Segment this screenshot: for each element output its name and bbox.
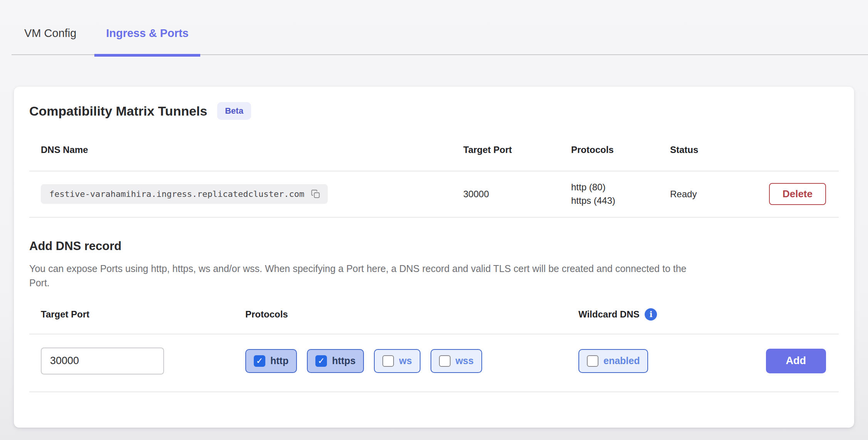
form-input-row: http https ws wss enabled Add bbox=[29, 334, 839, 391]
wildcard-enabled-checkbox[interactable]: enabled bbox=[578, 349, 648, 373]
tab-vm-config[interactable]: VM Config bbox=[13, 0, 88, 55]
table-row: festive-varahamihira.ingress.replicatedc… bbox=[29, 171, 839, 217]
header-protocols: Protocols bbox=[571, 144, 670, 155]
form-label-row: Target Port Protocols Wildcard DNS i bbox=[29, 308, 839, 334]
protocol-checkbox-ws[interactable]: ws bbox=[374, 349, 420, 373]
panel-title-row: Compatibility Matrix Tunnels Beta bbox=[29, 102, 839, 120]
dns-name-value: festive-varahamihira.ingress.replicatedc… bbox=[49, 189, 304, 199]
add-dns-description: You can expose Ports using http, https, … bbox=[29, 262, 699, 291]
protocol-checkbox-wss[interactable]: wss bbox=[431, 349, 482, 373]
row-target-port: 30000 bbox=[463, 189, 571, 200]
add-dns-heading: Add DNS record bbox=[29, 239, 839, 253]
checkbox-icon bbox=[315, 355, 327, 367]
row-status: Ready bbox=[670, 189, 759, 200]
protocol-chips: http https ws wss bbox=[245, 349, 578, 373]
row-protocol-https: https (443) bbox=[571, 194, 670, 208]
protocol-checkbox-http[interactable]: http bbox=[245, 349, 297, 373]
target-port-input[interactable] bbox=[41, 348, 164, 375]
checkbox-icon bbox=[254, 355, 265, 367]
delete-button[interactable]: Delete bbox=[769, 183, 826, 205]
info-icon[interactable]: i bbox=[645, 308, 657, 321]
divider bbox=[29, 217, 839, 218]
checkbox-icon bbox=[439, 355, 451, 367]
dns-name-pill: festive-varahamihira.ingress.replicatedc… bbox=[41, 184, 328, 204]
add-button[interactable]: Add bbox=[766, 349, 826, 373]
chip-label: http bbox=[270, 355, 288, 366]
protocol-checkbox-https[interactable]: https bbox=[307, 349, 364, 373]
header-target-port: Target Port bbox=[463, 144, 571, 155]
chip-label: wss bbox=[456, 355, 474, 366]
chip-label: enabled bbox=[603, 355, 640, 366]
label-protocols: Protocols bbox=[245, 309, 578, 320]
label-target-port: Target Port bbox=[41, 309, 245, 320]
header-status: Status bbox=[670, 144, 759, 155]
label-wildcard-dns: Wildcard DNS bbox=[578, 309, 639, 320]
copy-icon[interactable] bbox=[310, 189, 321, 199]
beta-badge: Beta bbox=[217, 102, 251, 120]
tab-bar: VM Config Ingress & Ports bbox=[0, 0, 868, 55]
chip-label: https bbox=[332, 355, 355, 366]
checkbox-icon bbox=[382, 355, 394, 367]
table-header-row: DNS Name Target Port Protocols Status bbox=[29, 120, 839, 171]
checkbox-icon bbox=[587, 355, 598, 367]
row-protocol-http: http (80) bbox=[571, 181, 670, 194]
row-protocols: http (80) https (443) bbox=[571, 181, 670, 208]
tab-ingress-ports[interactable]: Ingress & Ports bbox=[94, 0, 200, 55]
chip-label: ws bbox=[399, 355, 412, 366]
tunnels-panel: Compatibility Matrix Tunnels Beta DNS Na… bbox=[14, 87, 854, 428]
header-dns-name: DNS Name bbox=[41, 144, 463, 155]
panel-title: Compatibility Matrix Tunnels bbox=[29, 104, 207, 119]
divider bbox=[29, 391, 839, 392]
